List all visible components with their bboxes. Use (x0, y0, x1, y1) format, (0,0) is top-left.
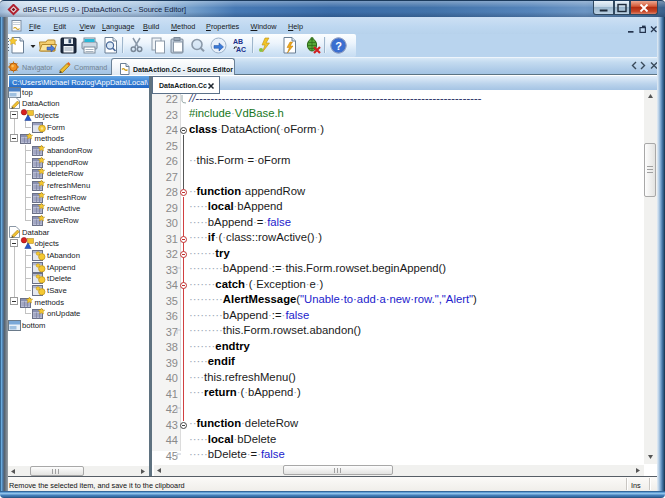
svg-text:AC: AC (236, 46, 246, 53)
svg-text:AB: AB (233, 38, 243, 45)
svg-text:?: ? (335, 40, 342, 52)
